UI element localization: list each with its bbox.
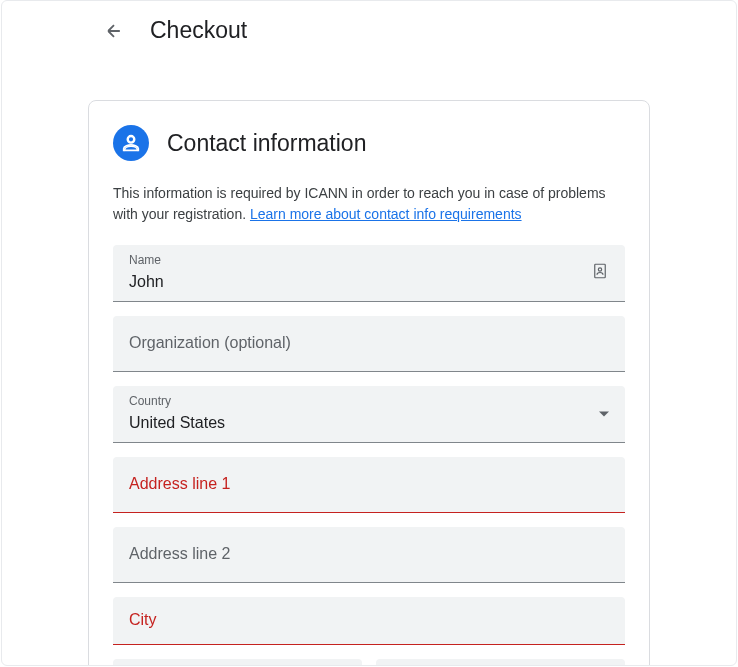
country-value: United States — [129, 412, 609, 434]
card-header: Contact information — [113, 125, 625, 161]
learn-more-link[interactable]: Learn more about contact info requiremen… — [250, 206, 522, 222]
page-title: Checkout — [150, 17, 247, 44]
country-label: Country — [129, 394, 609, 410]
name-input[interactable] — [129, 271, 609, 293]
header: Checkout — [2, 1, 736, 44]
chevron-down-icon — [599, 411, 609, 416]
name-field[interactable]: Name — [113, 245, 625, 302]
back-button[interactable] — [102, 19, 126, 43]
contact-info-card: Contact information This information is … — [88, 100, 650, 666]
person-icon-circle — [113, 125, 149, 161]
contacts-icon[interactable] — [591, 262, 609, 284]
organization-field[interactable]: Organization (optional) — [113, 316, 625, 372]
city-placeholder: City — [129, 611, 157, 629]
person-icon — [120, 132, 142, 154]
address2-placeholder: Address line 2 — [129, 545, 609, 563]
svg-point-2 — [598, 268, 601, 271]
arrow-left-icon — [104, 21, 124, 41]
svg-point-0 — [128, 136, 134, 142]
card-title: Contact information — [167, 130, 366, 157]
address1-field[interactable]: Address line 1 — [113, 457, 625, 513]
address2-field[interactable]: Address line 2 — [113, 527, 625, 583]
zip-field[interactable]: Zip — [376, 659, 625, 666]
name-label: Name — [129, 253, 609, 269]
card-description: This information is required by ICANN in… — [113, 183, 625, 225]
address1-placeholder: Address line 1 — [129, 475, 609, 493]
state-field[interactable]: State Florida — [113, 659, 362, 666]
city-field[interactable]: City — [113, 597, 625, 645]
organization-placeholder: Organization (optional) — [129, 334, 609, 352]
country-field[interactable]: Country United States — [113, 386, 625, 443]
